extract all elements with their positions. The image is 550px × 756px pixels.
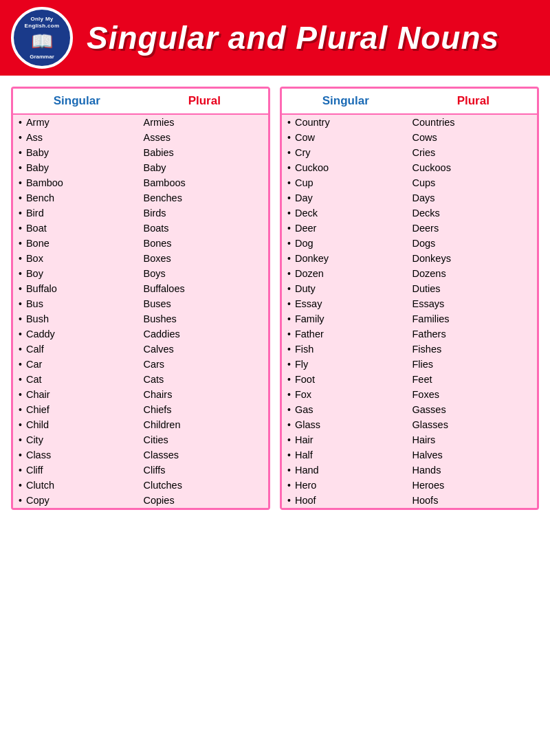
singular-cell: Gas [285,404,410,415]
plural-cell: Cities [141,434,266,445]
plural-cell: Buses [141,298,266,309]
right-singular-header: Singular [282,89,410,113]
table-row: Bone Bones [13,236,268,251]
singular-cell: Boat [16,223,141,234]
singular-cell: Fox [285,389,410,400]
plural-cell: Cats [141,374,266,385]
singular-cell: Hand [285,465,410,476]
logo: Only MyEnglish.com 📖 Grammar [11,7,73,69]
table-row: Bamboo Bamboos [13,175,268,190]
table-row: Buffalo Buffaloes [13,281,268,296]
table-row: Foot Feet [282,372,537,387]
plural-cell: Birds [141,208,266,219]
table-row: Dozen Dozens [282,266,537,281]
table-row: Car Cars [13,357,268,372]
singular-cell: Buffalo [16,283,141,294]
table-row: Fox Foxes [282,387,537,402]
plural-cell: Bamboos [141,177,266,188]
logo-book-icon: 📖 [31,31,53,52]
plural-cell: Boys [141,268,266,279]
table-row: Deer Deers [282,221,537,236]
plural-cell: Days [410,192,535,203]
table-row: Day Days [282,190,537,205]
page-title: Singular and Plural Nouns [87,19,499,56]
table-row: Essay Essays [282,296,537,311]
table-row: Ass Asses [13,130,268,145]
table-row: Baby Baby [13,160,268,175]
plural-cell: Children [141,419,266,430]
plural-cell: Deers [410,223,535,234]
plural-cell: Dogs [410,238,535,249]
singular-cell: Boy [16,268,141,279]
plural-cell: Countries [410,117,535,128]
plural-cell: Families [410,313,535,324]
plural-cell: Chairs [141,389,266,400]
right-table-body: Country Countries Cow Cows Cry Cries Cuc… [282,115,537,508]
plural-cell: Clutches [141,480,266,491]
singular-cell: Bone [16,238,141,249]
plural-cell: Fishes [410,344,535,355]
plural-cell: Essays [410,298,535,309]
table-row: Glass Glasses [282,417,537,432]
singular-cell: Calf [16,344,141,355]
plural-cell: Cars [141,359,266,370]
table-row: Deck Decks [282,205,537,221]
table-row: Cup Cups [282,175,537,190]
plural-cell: Cuckoos [410,162,535,173]
plural-cell: Baby [141,162,266,173]
singular-cell: Family [285,313,410,324]
table-row: Hand Hands [282,463,537,478]
plural-cell: Hairs [410,434,535,445]
singular-cell: Cup [285,177,410,188]
plural-cell: Duties [410,283,535,294]
plural-cell: Cries [410,147,535,158]
singular-cell: Cliff [16,465,141,476]
singular-cell: Deer [285,223,410,234]
table-row: Caddy Caddies [13,326,268,342]
plural-cell: Boats [141,223,266,234]
table-row: Cow Cows [282,130,537,145]
singular-cell: Hair [285,434,410,445]
singular-cell: Child [16,419,141,430]
table-row: Copy Copies [13,493,268,508]
plural-cell: Copies [141,495,266,506]
singular-cell: Cow [285,132,410,143]
singular-cell: Car [16,359,141,370]
plural-cell: Heroes [410,480,535,491]
singular-cell: Country [285,117,410,128]
table-row: Boat Boats [13,221,268,236]
singular-cell: Day [285,192,410,203]
logo-top-text: Only MyEnglish.com [25,16,60,29]
right-table-header: Singular Plural [282,89,537,115]
table-row: Chief Chiefs [13,402,268,417]
table-row: Cuckoo Cuckoos [282,160,537,175]
plural-cell: Cows [410,132,535,143]
plural-cell: Glasses [410,419,535,430]
singular-cell: Foot [285,374,410,385]
plural-cell: Benches [141,192,266,203]
plural-cell: Dozens [410,268,535,279]
plural-cell: Asses [141,132,266,143]
plural-cell: Hoofs [410,495,535,506]
table-row: Donkey Donkeys [282,251,537,266]
table-row: Dog Dogs [282,236,537,251]
table-row: Hoof Hoofs [282,493,537,508]
table-row: Fish Fishes [282,342,537,357]
left-singular-header: Singular [13,89,141,113]
singular-cell: Class [16,449,141,460]
singular-cell: Cry [285,147,410,158]
plural-cell: Classes [141,449,266,460]
plural-cell: Gasses [410,404,535,415]
table-row: Calf Calves [13,342,268,357]
singular-cell: City [16,434,141,445]
singular-cell: Chair [16,389,141,400]
right-panel: Singular Plural Country Countries Cow Co… [280,87,539,510]
singular-cell: Essay [285,298,410,309]
table-row: Duty Duties [282,281,537,296]
singular-cell: Bush [16,313,141,324]
singular-cell: Army [16,117,141,128]
singular-cell: Bamboo [16,177,141,188]
plural-cell: Buffaloes [141,283,266,294]
table-row: Country Countries [282,115,537,130]
plural-cell: Decks [410,208,535,219]
